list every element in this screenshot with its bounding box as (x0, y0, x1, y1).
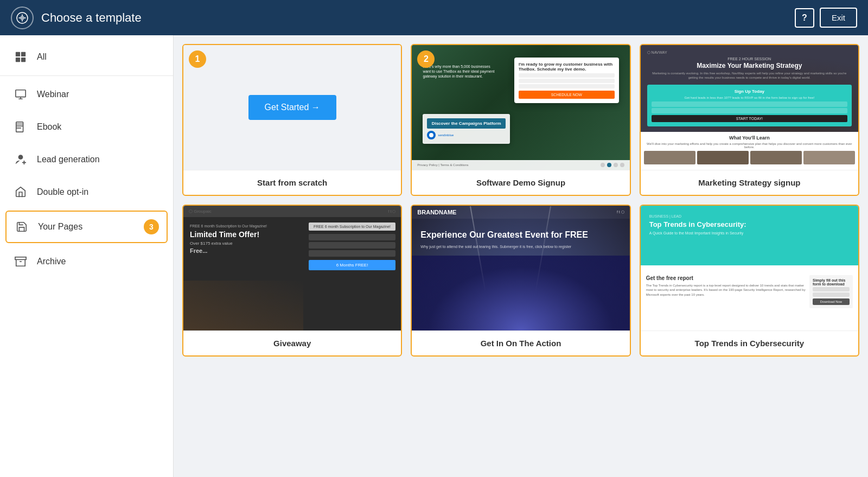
cyber-bottom: Get the free report The Top Trends in Cy… (641, 265, 858, 330)
giveaway-preview: ⬡ Groupaic f t ⬡ FREE 6 month Subscripti… (183, 206, 401, 330)
card-badge-1: 1 (189, 50, 206, 68)
svg-rect-1 (21, 52, 25, 56)
svg-rect-4 (16, 90, 25, 97)
svg-rect-5 (16, 122, 23, 132)
event-body: Experience Our Greatest Event for FREE W… (412, 219, 629, 260)
get-started-button[interactable]: Get Started → (248, 95, 336, 120)
cyber-download-btn[interactable]: Download Now (813, 298, 850, 305)
sidebar-item-your-pages[interactable]: Your Pages 3 (5, 211, 168, 243)
card-preview-software-demo: 2 Here's why more than 5,000 businesses … (412, 45, 629, 170)
template-card-marketing[interactable]: ⬡ NAVWAY FREE 2 HOUR SESSION Maximize Yo… (640, 44, 859, 196)
logo-icon (11, 7, 34, 29)
template-card-cyber[interactable]: BUSINESS | LEAD Top Trends in Cybersecur… (640, 205, 859, 357)
sidebar-item-all[interactable]: All (0, 41, 173, 73)
card-preview-marketing: ⬡ NAVWAY FREE 2 HOUR SESSION Maximize Yo… (641, 45, 858, 170)
page-title: Choose a template (41, 11, 142, 25)
inbox-icon (13, 185, 28, 200)
person-add-icon (13, 152, 28, 167)
divider-1 (0, 75, 173, 76)
sidebar: All Webinar Ebook (0, 35, 174, 477)
help-button[interactable]: ? (795, 8, 814, 28)
cyber-title: Top Trends in Cybersecurity: (649, 220, 850, 229)
cyber-brand: BUSINESS | LEAD (649, 214, 850, 218)
sidebar-item-webinar[interactable]: Webinar (0, 78, 173, 111)
sidebar-item-lead-generation-label: Lead generation (37, 155, 100, 164)
grid-icon (13, 49, 28, 65)
sidebar-item-your-pages-label: Your Pages (38, 222, 82, 232)
template-card-event[interactable]: BRANDNAME f t ⬡ Experience Our Greatest … (411, 205, 630, 357)
main-layout: All Webinar Ebook (0, 35, 868, 477)
template-card-scratch[interactable]: 1 Get Started → Start from scratch (182, 44, 402, 196)
header: Choose a template ? Exit (0, 0, 868, 35)
content-area: 1 Get Started → Start from scratch 2 (174, 35, 868, 477)
template-label-event: Get In On The Action (412, 330, 629, 355)
event-preview: BRANDNAME f t ⬡ Experience Our Greatest … (412, 206, 629, 330)
monitor-icon (13, 87, 28, 102)
card-preview-cyber: BUSINESS | LEAD Top Trends in Cybersecur… (641, 206, 858, 330)
your-pages-badge: 3 (144, 219, 159, 234)
cyber-subtitle: A Quick Guide to the Most Important Insi… (649, 231, 850, 235)
giveaway-social: f t ⬡ (388, 209, 396, 214)
template-label-giveaway: Giveaway (183, 330, 401, 355)
svg-rect-6 (15, 257, 26, 260)
scratch-preview: Get Started → (183, 45, 401, 170)
svg-rect-0 (16, 52, 20, 56)
template-label-software-demo: Software Demo Signup (412, 170, 629, 195)
templates-grid: 1 Get Started → Start from scratch 2 (182, 44, 859, 357)
event-brand: BRANDNAME (417, 209, 456, 215)
exit-button[interactable]: Exit (820, 8, 857, 28)
template-card-giveaway[interactable]: ⬡ Groupaic f t ⬡ FREE 6 month Subscripti… (182, 205, 402, 357)
cyber-preview: BUSINESS | LEAD Top Trends in Cybersecur… (641, 206, 858, 330)
sidebar-item-archive[interactable]: Archive (0, 245, 173, 278)
template-label-cyber: Top Trends in Cybersecurity (641, 330, 858, 355)
header-left: Choose a template (11, 7, 142, 29)
cyber-top: BUSINESS | LEAD Top Trends in Cybersecur… (641, 206, 858, 265)
card-preview-scratch: 1 Get Started → (183, 45, 401, 170)
header-right: ? Exit (795, 8, 857, 28)
cyber-report-text: The Top Trends in Cybersecurity report i… (646, 283, 806, 297)
sidebar-item-ebook[interactable]: Ebook (0, 111, 173, 143)
cyber-report-title: Get the free report (646, 275, 806, 281)
event-title: Experience Our Greatest Event for FREE (420, 230, 621, 240)
sidebar-item-all-label: All (37, 52, 47, 62)
sidebar-item-double-opt-in[interactable]: Double opt-in (0, 176, 173, 208)
demo-preview: Here's why more than 5,000 businesses wa… (412, 45, 629, 170)
cyber-download-title: Simply fill out this form to download (813, 278, 850, 286)
cyber-bottom-row: Get the free report The Top Trends in Cy… (646, 275, 853, 308)
svg-rect-3 (21, 58, 25, 62)
card-preview-event: BRANDNAME f t ⬡ Experience Our Greatest … (412, 206, 629, 330)
book-icon (13, 119, 28, 135)
sidebar-item-ebook-label: Ebook (37, 122, 61, 132)
template-card-software-demo[interactable]: 2 Here's why more than 5,000 businesses … (411, 44, 630, 196)
sidebar-item-lead-generation[interactable]: Lead generation (0, 143, 173, 176)
svg-rect-2 (16, 58, 20, 62)
giveaway-header: ⬡ Groupaic f t ⬡ (183, 206, 401, 217)
event-desc: Why just get to attend the sold out tear… (420, 244, 621, 250)
sidebar-item-double-opt-in-label: Double opt-in (37, 187, 88, 197)
template-label-marketing: Marketing Strategy signup (641, 170, 858, 195)
card-preview-giveaway: ⬡ Groupaic f t ⬡ FREE 6 month Subscripti… (183, 206, 401, 330)
event-social: f t ⬡ (617, 210, 624, 214)
sidebar-item-webinar-label: Webinar (37, 90, 69, 99)
save-icon (14, 219, 29, 234)
archive-icon (13, 254, 28, 269)
giveaway-logo: ⬡ Groupaic (189, 209, 212, 214)
template-label-scratch: Start from scratch (183, 170, 401, 195)
event-header: BRANDNAME f t ⬡ (412, 206, 629, 219)
sidebar-item-archive-label: Archive (37, 257, 66, 266)
